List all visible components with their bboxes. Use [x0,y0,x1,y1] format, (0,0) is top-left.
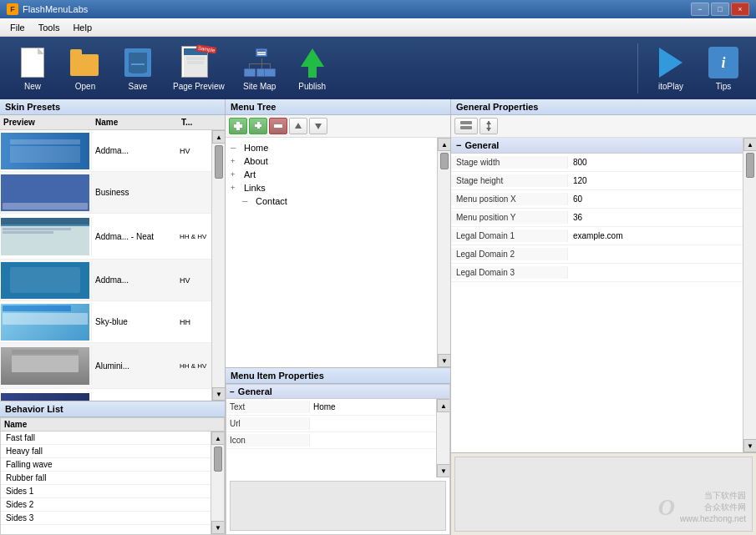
list-item[interactable]: Addma... - Neat HH & HV [0,214,211,260]
menu-file[interactable]: File [3,21,32,34]
behavior-scrollbar[interactable]: ▲ ▼ [211,432,224,534]
scroll-down-arrow[interactable]: ▼ [212,387,225,401]
close-button[interactable]: × [731,3,749,16]
skin-name: Alumini... [92,360,178,372]
prop-value[interactable] [310,439,436,442]
list-item[interactable]: Sides 3 [1,512,211,525]
list-item[interactable]: Sides 1 [1,485,211,498]
menubar: File Tools Help [0,18,756,37]
itoplay-label: itoPlay [658,82,683,91]
scroll-up-arrow[interactable]: ▲ [212,130,225,144]
tree-add-child-button[interactable] [249,118,267,134]
gp-prop-name: Legal Domain 2 [451,248,568,260]
skin-presets-header: Skin Presets [0,99,225,115]
scroll-thumb[interactable] [440,153,449,169]
skin-presets-panel: Skin Presets Preview Name T... [0,99,225,401]
list-item[interactable]: Sides 2 [1,498,211,512]
tree-item-label: Art [242,169,256,179]
skin-name: Addma... [92,274,178,286]
list-item[interactable]: Addma... HV [0,130,211,172]
gp-prop-value[interactable] [568,253,743,256]
skin-presets-scrollbar[interactable]: ▲ ▼ [211,130,225,401]
main-content: Skin Presets Preview Name T... [0,99,756,535]
tree-item-about[interactable]: + About [229,154,434,168]
list-item[interactable]: Rubber fall [1,472,211,485]
tree-item-contact[interactable]: ─ Contact [229,194,434,208]
tree-add-button[interactable] [229,118,247,134]
menu-tools[interactable]: Tools [32,21,67,34]
page-preview-label: Page Preview [173,82,225,91]
scroll-up-arrow[interactable]: ▲ [211,432,225,445]
watermark: O 当下软件园 合众软件网 www.hezhong.net [658,490,746,525]
tree-item-home[interactable]: ─ Home [229,141,434,154]
watermark-logo: O [658,494,675,521]
general-props-scroll: − General Stage width 800 Stage height 1… [451,138,743,452]
props-tool-btn-2[interactable] [479,118,498,134]
gp-scrollbar[interactable]: ▲ ▼ [743,138,756,452]
open-button[interactable]: Open [61,41,109,95]
scroll-up-arrow[interactable]: ▲ [438,138,451,151]
tree-toolbar [226,115,450,138]
skin-preview-thumbnail [0,132,92,170]
scroll-thumb[interactable] [214,447,222,472]
gp-prop-value[interactable]: example.com [568,230,743,242]
maximize-button[interactable]: □ [711,3,729,16]
skin-preview-thumbnail [0,261,92,300]
menu-tree-header: Menu Tree [226,99,450,115]
scroll-down-arrow[interactable]: ▼ [437,464,450,477]
tree-item-art[interactable]: + Art [229,168,434,181]
list-item[interactable]: Fast fall [1,432,211,445]
menu-help[interactable]: Help [66,21,99,34]
gp-prop-value[interactable]: 60 [568,193,743,205]
skin-type: HH & HV [178,361,211,371]
col-type: T... [178,117,211,128]
skin-type [178,191,211,194]
gp-row-menu-pos-y: Menu position Y 36 [451,209,743,227]
publish-icon [295,45,330,80]
prop-name: Url [226,417,310,430]
svg-marker-10 [486,121,491,124]
scroll-thumb[interactable] [215,145,223,179]
publish-button[interactable]: Publish [288,41,337,95]
tree-item-links[interactable]: + Links [229,181,434,194]
list-item[interactable]: Heavy fall [1,445,211,458]
minimize-button[interactable]: − [691,3,709,16]
scroll-down-arrow[interactable]: ▼ [743,439,756,452]
gp-row-stage-height: Stage height 120 [451,172,743,190]
list-item[interactable]: Addma... HV [0,260,211,301]
list-item[interactable]: Alumini... HH & HV [0,343,211,389]
scroll-up-arrow[interactable]: ▲ [743,138,756,151]
list-item[interactable]: Business [0,172,211,214]
site-map-button[interactable]: Site Map [236,41,284,95]
save-button[interactable]: Save [114,41,162,95]
list-item[interactable]: Sky-blue HH [0,301,211,343]
scroll-down-arrow[interactable]: ▼ [211,521,225,534]
gp-row-legal-domain-3: Legal Domain 3 [451,264,743,282]
tree-move-up-button[interactable] [289,118,307,134]
tips-button[interactable]: i Tips [699,41,748,95]
new-button[interactable]: New [8,41,57,95]
prop-value[interactable] [310,422,436,426]
tree-delete-button[interactable] [269,118,287,134]
gp-prop-value[interactable] [568,271,743,275]
props-tool-btn-1[interactable] [454,118,478,134]
tree-scrollbar[interactable]: ▲ ▼ [437,138,450,367]
list-item[interactable]: Falling wave [1,458,211,472]
tips-icon: i [706,45,741,80]
open-icon [68,45,103,80]
scroll-down-arrow[interactable]: ▼ [438,354,451,367]
svg-rect-4 [274,124,282,128]
page-preview-button[interactable]: Sample Page Preview [166,41,231,95]
tree-move-down-button[interactable] [309,118,327,134]
scroll-up-arrow[interactable]: ▲ [437,399,450,412]
itoplay-button[interactable]: itoPlay [647,41,695,95]
gp-prop-value[interactable]: 36 [568,211,743,224]
gp-prop-value[interactable]: 120 [568,174,743,187]
list-item[interactable]: Solutions Products Azure Flight Sl... [0,389,211,401]
props-scrollbar[interactable]: ▲ ▼ [436,399,449,477]
gp-prop-value[interactable]: 800 [568,156,743,169]
save-label: Save [129,82,148,91]
scroll-thumb[interactable] [746,153,754,178]
prop-value[interactable]: Home [310,401,436,413]
itoplay-icon [653,45,688,80]
